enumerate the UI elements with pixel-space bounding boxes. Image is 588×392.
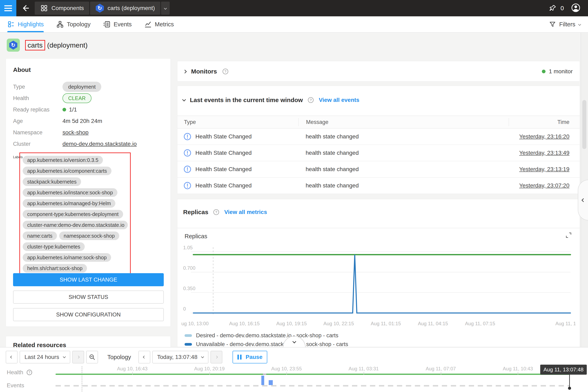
event-type: Health State Changed [196,150,252,156]
filters-label: Filters [559,21,575,28]
menu-button[interactable] [0,0,16,16]
range-back-button[interactable] [6,351,18,364]
legend-swatch [184,334,192,337]
timeline-tick-label: Aug 10, 23:55 [271,366,302,372]
back-button[interactable] [16,0,35,16]
pause-button[interactable]: Pause [232,351,268,364]
tab-events-label: Events [114,21,132,28]
time-range-dropdown[interactable]: Last 24 hours [20,351,70,364]
health-label: Health [13,95,62,102]
time-dropdown[interactable]: Today, 13:07:48 [152,351,208,364]
timeline-tick-mark [286,372,287,375]
event-histogram-bar[interactable] [269,380,273,385]
entity-suffix: (deployment) [47,41,88,49]
hamburger-icon [4,5,12,6]
timeline-tick-mark [364,372,364,375]
chevron-down-icon[interactable] [182,98,186,101]
help-circle-icon[interactable]: ? [222,68,229,75]
expand-icon [565,232,572,238]
legend-item[interactable]: Desired - demo-dev.demo.stackstate.io - … [184,332,348,339]
show-configuration-button[interactable]: SHOW CONFIGURATION [13,308,164,321]
tab-entity-label: carts (deployment) [108,5,155,12]
event-table-row[interactable]: Health State Changedhealth state changed… [178,128,580,145]
svg-text:0: 0 [183,306,186,312]
pin-count: 0 [560,5,564,12]
tab-topology[interactable]: Topology [56,16,90,32]
event-time-link[interactable]: Yesterday, 23:16:20 [519,133,570,140]
tab-components[interactable]: Components [35,2,89,15]
expand-chart-button[interactable] [565,232,572,239]
legend-item[interactable]: Unavailable - demo-dev.demo.stackstate.i… [184,341,348,347]
event-time-link[interactable]: Yesterday, 23:13:49 [519,150,570,156]
help-circle-icon[interactable]: ? [307,96,314,104]
monitors-heading: Monitors [191,68,217,75]
about-row-cluster: Cluster demo-dev.demo.stackstate.io [13,138,164,150]
timeline-health-label: Health ? [7,369,33,376]
label-chip: cluster-type:kubernetes [23,242,85,251]
replicas-panel: Replicas ? View all metrics Replicas 1.0… [177,199,580,347]
events-timeline-dashed-line [56,385,570,386]
entity-name: carts [28,41,43,49]
expand-right-panel-handle[interactable] [578,180,588,220]
time-travel-bar: Last 24 hours Topology Today, 13:07:48 P… [0,347,588,392]
filter-funnel-icon [549,21,556,28]
annotation-red-box-carts: carts [25,40,45,50]
show-status-button[interactable]: SHOW STATUS [13,290,164,304]
tab-topology-label: Topology [67,21,90,28]
alert-circle-icon [184,149,191,157]
svg-text:Aug 11, 07:15: Aug 11, 07:15 [465,321,495,326]
tab-dropdown-caret[interactable] [161,2,170,15]
view-all-events-link[interactable]: View all events [319,97,359,103]
event-type: Health State Changed [196,133,252,140]
event-time-link[interactable]: Yesterday, 23:07:20 [519,182,570,189]
event-type: Health State Changed [196,182,252,189]
kubernetes-icon: ↻ [9,41,18,50]
namespace-label: Namespace [13,130,62,136]
column-message: Message [298,118,508,126]
namespace-link[interactable]: sock-shop [62,129,88,136]
svg-text:0.700: 0.700 [183,265,196,271]
tab-metrics[interactable]: Metrics [144,16,174,32]
events-heading: Last events in the current time window [190,96,303,104]
time-cursor-dot[interactable] [568,387,571,390]
alert-circle-icon [184,182,191,190]
metrics-icon [144,20,152,28]
tab-metrics-label: Metrics [155,21,174,28]
event-table-row[interactable]: Health State Changedhealth state changed… [178,145,580,161]
timeline-tick-label: Aug 11, 10:43 [503,366,533,372]
event-table-row[interactable]: Health State Changedhealth state changed… [178,178,580,194]
view-all-metrics-link[interactable]: View all metrics [224,209,267,216]
filters-button[interactable]: Filters [549,21,581,28]
time-forward-button[interactable] [210,351,222,364]
timeline-track[interactable]: Aug 11, 13:07:48 Aug 10, 16:43Aug 10, 20… [56,366,570,392]
pin-button[interactable]: 0 [548,4,564,12]
tab-highlights-label: Highlights [18,21,44,28]
tab-highlights[interactable]: Highlights [7,16,44,32]
monitors-panel: Monitors ? 1 monitor [177,61,580,82]
tab-carts-deployment[interactable]: ↻ carts (deployment) [90,2,160,15]
svg-text:Aug 10, 16:15: Aug 10, 16:15 [229,321,260,326]
event-time-link[interactable]: Yesterday, 23:13:19 [519,166,570,172]
help-circle-icon[interactable]: ? [213,209,220,216]
time-back-button[interactable] [138,351,150,364]
zoom-out-button[interactable] [86,351,98,364]
cluster-link[interactable]: demo-dev.demo.stackstate.io [62,141,137,147]
components-grid-icon [40,4,48,12]
label-chip: app.kubernetes.io/version:0.3.5 [23,156,103,164]
event-histogram-bar[interactable] [261,376,264,385]
scrollbar-thumb[interactable] [582,100,586,149]
page-title: ↻ carts (deployment) [7,38,88,52]
range-forward-button[interactable] [72,351,84,364]
event-table-row[interactable]: Health State Changedhealth state changed… [178,161,580,178]
user-avatar[interactable] [571,3,581,14]
annotation-red-box-labels: app.kubernetes.io/version:0.3.5app.kuber… [20,152,131,276]
help-circle-icon[interactable]: ? [26,369,33,376]
timeline-tick-mark [441,372,441,375]
about-row-age: Age 4m 5d 20h 24m [13,115,164,127]
show-last-change-button[interactable]: SHOW LAST CHANGE [13,273,164,286]
tab-events[interactable]: Events [103,16,132,32]
svg-text:Aug 10, 19:15: Aug 10, 19:15 [276,321,307,326]
chevron-right-icon[interactable] [183,70,186,73]
events-panel: Last events in the current time window ?… [177,86,580,194]
svg-text:0.350: 0.350 [183,286,196,291]
